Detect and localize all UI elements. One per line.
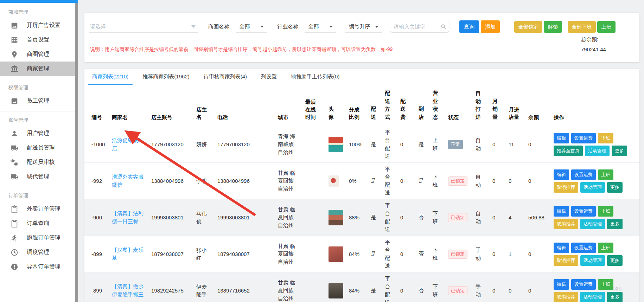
recommend-home-button[interactable]: 推荐至首页 [554,146,583,156]
activity-manage-button[interactable]: 活动管理 [580,292,605,302]
auto-close-mode: 手动 [476,283,482,298]
merchant-avatar [329,246,343,262]
cancel-recommend-button[interactable]: 取消推荐 [554,219,578,229]
on-duty-button[interactable]: 上班 [598,206,613,217]
sidebar-item-label: 商圈管理 [27,51,49,58]
status-badge: 正常 [448,140,463,149]
industry-select[interactable]: 全部 [305,21,336,33]
edit-button[interactable]: 编辑 [554,169,569,180]
set-shipping-fee-button[interactable]: 设置运费 [571,169,596,180]
delivery-fee: 0 [400,141,419,147]
merchant-name-link[interactable]: 【清真】法利德一日三餐 [112,210,144,225]
query-button[interactable]: 查询 [459,20,479,33]
merchant-name-link[interactable]: 浩源促销便利店 [112,136,144,152]
cancel-recommend-button[interactable]: 取消推荐 [554,292,578,302]
edit-button[interactable]: 编辑 [554,133,569,143]
business-status: 上班 [433,136,439,152]
business-status: 下班 [433,210,439,225]
off-duty-button[interactable]: 下班 [598,133,613,143]
sidebar-item-city-agent-management[interactable]: 城代管理 [0,169,75,184]
activity-manage-button[interactable]: 活动管理 [580,255,605,266]
all-off-duty-button[interactable]: 全部下班 [568,21,596,33]
merchant-list-card: 商家列表(2210) 推荐商家列表(1962) 待审核商家列表(4) 列设置 地… [84,69,639,302]
sidebar-section-account: 账号管理 用户管理 配送员管理 配送员审核 城代管理 [0,111,75,184]
activity-manage-button[interactable]: 活动管理 [585,146,610,156]
owner-account: 19829242575 [151,288,196,294]
sidebar-item-merchant-management[interactable]: 商家管理 [0,62,75,76]
more-button[interactable]: 更多 [607,182,623,193]
alert-icon [11,263,18,271]
sidebar-item-district-management[interactable]: 商圈管理 [0,47,75,62]
merchant-avatar [329,210,343,225]
sorting-note: 说明：用户端商家综合排序是按编号低的靠前，同级别编号才是综合排序，编号越小越靠前… [90,46,393,53]
merchant-id: -900 [91,214,112,220]
more-button[interactable]: 更多 [612,146,627,156]
balance: 506.88 [528,214,554,220]
delivery-mode: 平台配送 [385,275,391,302]
sidebar-item-dispatch-management[interactable]: 调度管理 [0,245,75,259]
total-balance-value: 790241.44 [581,45,606,55]
balance: 0 [528,141,554,147]
merchant-name-link[interactable]: 浩源外卖客服微信 [112,173,144,189]
tab-pending-merchants[interactable]: 待审核商家列表(4) [204,69,247,85]
tab-column-settings[interactable]: 列设置 [261,69,277,85]
set-shipping-fee-button[interactable]: 设置运费 [571,133,596,143]
merchant-name-link[interactable]: 【清真】撒乡伊麦隆手抓王 [112,283,144,298]
sidebar-item-takeout-orders[interactable]: 外卖订单管理 [0,202,75,216]
sidebar-item-order-query[interactable]: 订单查询 [0,216,75,231]
activity-manage-button[interactable]: 活动管理 [580,219,605,229]
row-actions: 编辑 设置运费 上班 取消推荐 活动管理 更多 [554,243,630,266]
tab-ground-push-uploads[interactable]: 地推助手上传列表(0) [291,69,339,85]
edit-button[interactable]: 编辑 [554,206,569,217]
more-button[interactable]: 更多 [607,255,623,266]
filter-card: 请选择 商圈名称: 全部 行业名称: 全部 编号升序 [84,13,639,62]
scrollbar-thumb[interactable] [75,3,78,302]
sidebar-item-splash-ads[interactable]: 开屏广告设置 [0,18,75,33]
set-shipping-fee-button[interactable]: 设置运费 [571,279,596,290]
sidebar-item-abnormal-orders[interactable]: 异常订单管理 [0,259,75,274]
owner-account: 19993003801 [151,214,196,220]
sidebar-item-errand-orders[interactable]: 跑腿订单管理 [0,231,75,245]
activity-manage-button[interactable]: 活动管理 [580,182,605,193]
unlock-button[interactable]: 解锁 [544,21,562,33]
merchant-id: -899 [91,288,112,294]
cancel-recommend-button[interactable]: 取消推荐 [554,255,578,266]
merchant-select[interactable]: 请选择 [89,21,198,33]
district-select[interactable]: 全部 [236,21,267,33]
sidebar-item-courier-management[interactable]: 配送员管理 [0,141,75,155]
merchant-id: -992 [91,178,112,184]
clipboard-icon [11,205,18,213]
add-button[interactable]: 添加 [481,20,500,33]
more-button[interactable]: 更多 [607,219,623,229]
commission-ratio: 0% [349,178,371,184]
select-placeholder: 请选择 [90,23,106,30]
table-row: -900 【清真】法利德一日三餐 19993003801 马伟俊 1999300… [84,199,639,236]
on-duty-button[interactable]: 上班 [598,243,613,253]
edit-button[interactable]: 编辑 [554,243,569,253]
sidebar-scrollbar[interactable] [75,0,78,302]
sort-value: 编号升序 [349,23,370,30]
more-button[interactable]: 更多 [607,292,623,302]
tab-recommended-merchants[interactable]: 推荐商家列表(1962) [142,69,189,85]
phone: 13897716652 [217,288,278,294]
on-duty-button[interactable]: 上班 [598,169,613,180]
main-content: 请选择 商圈名称: 全部 行业名称: 全部 编号升序 [78,0,644,302]
sidebar-item-home-settings[interactable]: 首页设置 [0,33,75,47]
tab-merchant-list[interactable]: 商家列表(2210) [92,69,128,85]
sidebar-item-user-management[interactable]: 用户管理 [0,126,75,141]
edit-button[interactable]: 编辑 [554,279,569,290]
business-status: 下班 [433,283,439,298]
merchant-name-link[interactable]: 【汉餐】麦乐基 [112,246,144,262]
lock-all-button[interactable]: 全部锁定 [514,21,542,33]
sidebar-item-staff-management[interactable]: 员工管理 [0,94,75,108]
set-shipping-fee-button[interactable]: 设置运费 [571,206,596,217]
on-duty-button[interactable]: 上班 [597,21,616,33]
sidebar-item-label: 用户管理 [27,130,49,137]
cancel-recommend-button[interactable]: 取消推荐 [554,182,578,193]
sort-select[interactable]: 编号升序 [345,21,382,33]
sidebar-item-courier-review[interactable]: 配送员审核 [0,155,75,169]
merchant-avatar [329,283,343,298]
set-shipping-fee-button[interactable]: 设置运费 [571,243,596,253]
merchant-admin-page: 商城管理 开屏广告设置 首页设置 商圈管理 商家管理 权限管理 员工管 [0,0,644,302]
on-duty-button[interactable]: 上班 [598,279,613,290]
